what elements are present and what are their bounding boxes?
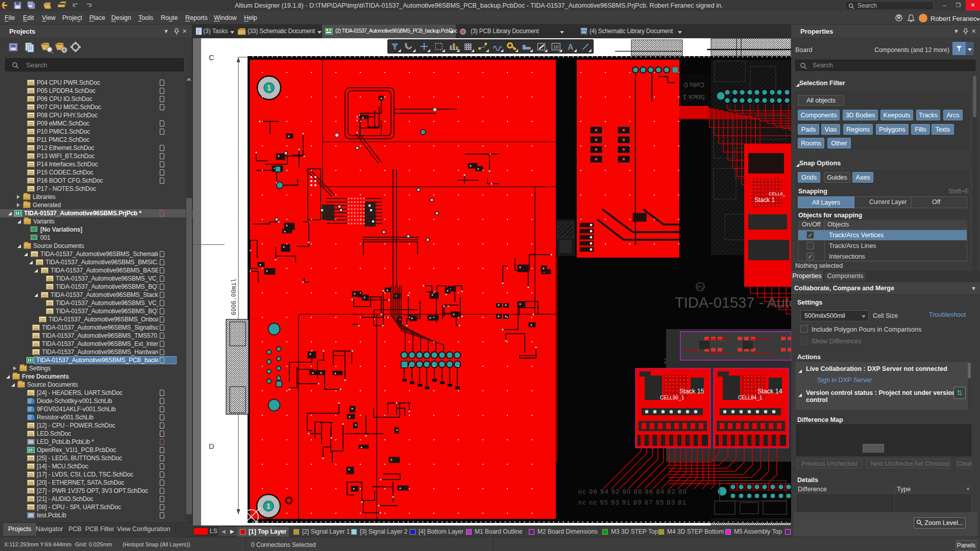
- svg-text:CELL90_1: CELL90_1: [660, 395, 684, 400]
- svg-text:CELL84_1: CELL84_1: [738, 395, 763, 400]
- svg-text:Stack 14: Stack 14: [757, 388, 782, 395]
- svg-text:Cells 0: Cells 0: [684, 81, 704, 89]
- svg-text:PU: PU: [697, 285, 704, 290]
- svg-text:nc nc 95 93 91 89 87 85 83 81: nc nc 95 93 91 89 87 85 83 81: [578, 499, 687, 506]
- svg-text:Stack 1: Stack 1: [754, 196, 775, 204]
- svg-text:A: A: [568, 43, 574, 52]
- svg-text:6006.00mil: 6006.00mil: [231, 279, 238, 315]
- svg-text:nc 96 94 92 90 88 86 84 82 80: nc 96 94 92 90 88 86 84 82 80: [578, 488, 687, 495]
- svg-text:TIDA-01537 - Auto: TIDA-01537 - Auto: [675, 294, 791, 311]
- svg-text:CELL6_: CELL6_: [769, 191, 786, 196]
- svg-text:D: D: [209, 442, 214, 450]
- svg-text:Stack 15: Stack 15: [679, 388, 704, 395]
- svg-text:Stack 1: Stack 1: [683, 93, 705, 101]
- svg-text:C: C: [209, 53, 214, 62]
- svg-text:10: 10: [553, 44, 558, 49]
